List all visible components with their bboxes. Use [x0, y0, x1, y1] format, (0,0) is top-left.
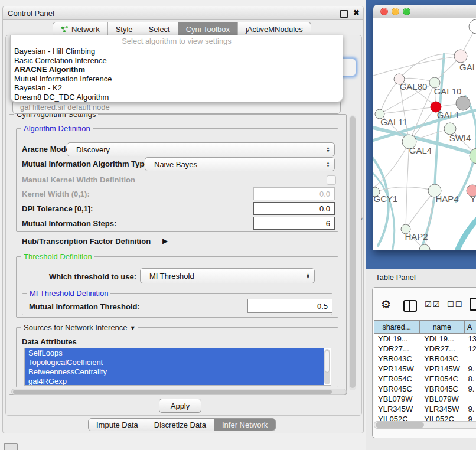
tab-discretize-data[interactable]: Discretize Data — [146, 419, 214, 431]
application-root: Control Panel ✖ Network Style Select Cyn… — [0, 0, 476, 450]
mi-type-value: Naive Bayes — [154, 160, 197, 169]
network-node[interactable] — [470, 148, 476, 164]
table-toolbar: ⚙ ☑☑ ☐☐ — [373, 292, 476, 318]
aracne-mode-combo[interactable]: Discovery ▲▼ — [67, 142, 335, 156]
tab-select-label: Select — [149, 25, 170, 34]
settings-horizontal-scrollbar[interactable] — [11, 389, 347, 395]
tab-network[interactable]: Network — [53, 22, 108, 35]
settings-vertical-scrollbar[interactable] — [349, 115, 356, 390]
minimize-traffic-light[interactable] — [392, 8, 399, 15]
network-node-label: Y — [470, 194, 476, 204]
panel-title: Control Panel — [8, 9, 54, 18]
minimized-panel-icon[interactable] — [4, 443, 18, 450]
tab-jactivemnodules[interactable]: jActiveMNodules — [238, 22, 311, 35]
algorithm-option-aracne[interactable]: ARACNE Algorithm — [12, 65, 341, 74]
settings-horizontal-scrollbar-thumb[interactable] — [13, 390, 332, 394]
zoom-traffic-light[interactable] — [403, 8, 410, 15]
expand-arrow-icon[interactable]: ▶ — [162, 237, 168, 245]
unchecked-pair-icon[interactable]: ☐☐ — [447, 300, 463, 309]
tab-infer-network[interactable]: Infer Network — [214, 419, 275, 431]
dpi-tolerance-value: 0.0 — [319, 204, 330, 213]
panel-resize-handle[interactable]: ‹ — [361, 216, 363, 222]
manual-kernel-checkbox[interactable] — [327, 175, 336, 185]
table-row[interactable]: YBR043CYBR043C — [374, 354, 476, 364]
kernel-width-input[interactable]: 0.0 — [253, 187, 335, 200]
tab-select[interactable]: Select — [141, 22, 178, 35]
gear-icon[interactable]: ⚙ — [381, 299, 391, 310]
apply-button[interactable]: Apply — [159, 399, 201, 413]
table-body: YDL19...YDL19...13 YDR27...YDR27...12 YB… — [374, 334, 476, 421]
mi-type-combo[interactable]: Naive Bayes ▲▼ — [145, 157, 335, 171]
control-panel-tabs: Network Style Select Cyni Toolbox jActiv… — [53, 22, 311, 35]
tab-style-label: Style — [116, 25, 133, 34]
table-row[interactable]: YDR27...YDR27...12 — [374, 344, 476, 354]
network-node-gal[interactable] — [454, 50, 467, 63]
manual-kernel-label: Manual Kernel Width Definition — [22, 175, 135, 184]
attributes-scrollbar[interactable] — [324, 349, 330, 384]
table-panel-title: Table Panel — [376, 273, 416, 282]
network-tab-icon — [61, 25, 69, 33]
algorithm-option[interactable]: Bayesian - Hill Climbing — [12, 47, 341, 56]
mi-threshold-label: Mutual Information Threshold: — [29, 302, 140, 311]
table-row[interactable]: YER054CYER054C8. — [374, 374, 476, 384]
network-node-label: GAL1 — [437, 110, 459, 120]
attribute-item[interactable]: BetweennessCentrality — [25, 367, 324, 377]
network-node[interactable] — [469, 19, 476, 34]
attribute-item[interactable]: SelfLoops — [25, 348, 324, 358]
algorithm-option[interactable]: Dream8 DC_TDC Algorithm — [12, 93, 341, 102]
dpi-tolerance-input[interactable]: 0.0 — [253, 202, 335, 215]
network-svg[interactable]: GALGAL80GAL10GAL1GAL11SWI4GAL4GCY1HAP4YH… — [373, 18, 476, 250]
tab-infer-network-label: Infer Network — [222, 420, 268, 429]
settings-vertical-scrollbar-thumb[interactable] — [350, 116, 356, 388]
table-row[interactable]: YBL079WYBL079W — [374, 394, 476, 404]
tab-cyni-toolbox[interactable]: Cyni Toolbox — [178, 22, 238, 35]
table-horizontal-scrollbar[interactable] — [374, 421, 476, 429]
table-row[interactable]: YIL052CYIL052C9 — [374, 414, 476, 421]
table-row[interactable]: YBR045CYBR045C9. — [374, 384, 476, 394]
table-row[interactable]: YPR145WYPR145W9. — [374, 364, 476, 374]
mi-threshold-input[interactable]: 0.5 — [247, 299, 332, 313]
mi-threshold-definition-title: MI Threshold Definition — [27, 289, 110, 298]
network-view-window: GALGAL80GAL10GAL1GAL11SWI4GAL4GCY1HAP4YH… — [373, 5, 476, 250]
stepper-icon: ▲▼ — [326, 146, 330, 152]
attribute-item[interactable]: gal4RGexp — [25, 377, 324, 386]
network-node-label: SWI4 — [449, 133, 471, 143]
network-node-label: GAL — [459, 62, 476, 72]
column-header-shared-name[interactable]: shared... — [374, 320, 419, 334]
stepper-icon: ▲▼ — [306, 273, 310, 279]
column-header-partial[interactable]: A — [464, 320, 476, 334]
data-attributes-list: SelfLoops TopologicalCoefficient Between… — [24, 348, 331, 386]
split-columns-icon[interactable] — [403, 300, 417, 312]
algorithm-option[interactable]: Basic Correlation Inference — [12, 56, 341, 66]
which-threshold-combo[interactable]: MI Threshold ▲▼ — [140, 268, 315, 283]
float-window-icon[interactable] — [340, 10, 348, 18]
tab-style[interactable]: Style — [108, 22, 141, 35]
algorithm-option[interactable]: Bayesian - K2 — [12, 83, 341, 93]
table-panel: Table Panel ⚙ ☑☑ ☐☐ shared... name A YDL… — [366, 269, 476, 450]
aracne-mode-label: Aracne Mode: — [22, 145, 73, 154]
attribute-item[interactable]: TopologicalCoefficient — [25, 358, 324, 367]
close-traffic-light[interactable] — [380, 8, 388, 15]
table-row[interactable]: YDL19...YDL19...13 — [374, 334, 476, 344]
algorithm-definition-title: Algorithm Definition — [21, 124, 93, 133]
column-header-name[interactable]: name — [419, 320, 465, 334]
split-columns-bar — [409, 301, 410, 311]
attributes-scrollbar-thumb[interactable] — [325, 350, 330, 373]
document-icon[interactable] — [470, 298, 476, 311]
network-edge — [399, 54, 461, 79]
mi-threshold-value: 0.5 — [317, 302, 328, 311]
network-node[interactable] — [456, 96, 470, 110]
mi-steps-input[interactable]: 6 — [253, 217, 335, 230]
table-horizontal-scrollbar-thumb[interactable] — [376, 422, 424, 428]
algorithm-option[interactable]: Mutual Information Inference — [12, 74, 341, 84]
kernel-width-label: Kernel Width (0,1): — [22, 190, 90, 198]
tab-discretize-data-label: Discretize Data — [154, 420, 206, 429]
mi-type-label: Mutual Information Algorithm Type: — [22, 159, 151, 168]
table-row[interactable]: YLR345WYLR345W9. — [374, 404, 476, 414]
checked-pair-icon[interactable]: ☑☑ — [425, 300, 441, 309]
network-node[interactable] — [419, 244, 430, 250]
tab-impute-data[interactable]: Impute Data — [89, 419, 146, 431]
close-icon[interactable]: ✖ — [353, 8, 360, 17]
collapse-arrow-icon[interactable]: ▼ — [129, 324, 136, 331]
network-window-titlebar — [373, 5, 476, 18]
